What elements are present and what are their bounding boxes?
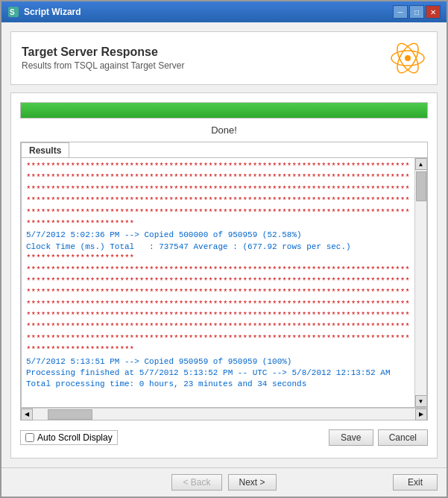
main-window: S Script Wizard ─ □ ✕ Target Server Resp… [0, 0, 448, 498]
next-button[interactable]: Next > [228, 474, 277, 491]
tab-header: Results [21, 142, 427, 157]
footer-center: < Back Next > [153, 474, 295, 491]
cancel-button[interactable]: Cancel [378, 429, 428, 446]
atom-icon [389, 40, 426, 77]
results-tab[interactable]: Results [21, 142, 69, 158]
main-panel: Done! Results **************************… [10, 92, 438, 458]
page-title: Target Server Response [22, 45, 185, 59]
content-area: Target Server Response Results from TSQL… [1, 22, 447, 467]
title-bar-controls: ─ □ ✕ [393, 5, 441, 19]
vertical-scrollbar[interactable]: ▲ ▼ [414, 158, 426, 407]
scroll-thumb-vertical[interactable] [416, 171, 426, 201]
page-subtitle: Results from TSQL against Target Server [22, 60, 185, 71]
svg-point-5 [405, 55, 411, 61]
scroll-down-button[interactable]: ▼ [415, 395, 427, 407]
header-panel: Target Server Response Results from TSQL… [10, 31, 438, 85]
footer-bar: < Back Next > Exit [1, 467, 447, 497]
footer-right: Exit [295, 474, 438, 491]
exit-button[interactable]: Exit [393, 474, 438, 491]
back-button[interactable]: < Back [171, 474, 221, 491]
header-text-block: Target Server Response Results from TSQL… [22, 45, 185, 71]
save-cancel-area: Save Cancel [329, 429, 428, 446]
results-tab-area: Results ********************************… [20, 142, 428, 420]
title-bar-left: S Script Wizard [7, 6, 81, 18]
title-bar: S Script Wizard ─ □ ✕ [1, 1, 447, 22]
progress-bar-container [20, 102, 428, 119]
horizontal-scrollbar[interactable]: ◀ ▶ [21, 408, 427, 420]
scroll-up-button[interactable]: ▲ [415, 158, 427, 170]
done-text: Done! [20, 125, 428, 136]
close-button[interactable]: ✕ [426, 5, 441, 19]
app-icon: S [7, 6, 19, 18]
scroll-left-button[interactable]: ◀ [21, 409, 33, 420]
bottom-controls: Auto Scroll Display Save Cancel [20, 426, 428, 449]
maximize-button[interactable]: □ [409, 5, 424, 19]
scroll-right-button[interactable]: ▶ [415, 409, 427, 420]
minimize-button[interactable]: ─ [393, 5, 408, 19]
auto-scroll-checkbox-label[interactable]: Auto Scroll Display [20, 430, 118, 445]
save-button[interactable]: Save [329, 429, 373, 446]
auto-scroll-area: Auto Scroll Display [20, 430, 118, 445]
log-content[interactable]: ****************************************… [22, 158, 414, 407]
scroll-thumb-horizontal[interactable] [48, 409, 92, 420]
auto-scroll-label: Auto Scroll Display [37, 432, 113, 443]
auto-scroll-checkbox[interactable] [25, 433, 34, 442]
window-title: Script Wizard [24, 7, 81, 17]
svg-text:S: S [10, 8, 15, 16]
log-area: ****************************************… [21, 157, 427, 408]
progress-bar-fill [21, 103, 427, 118]
